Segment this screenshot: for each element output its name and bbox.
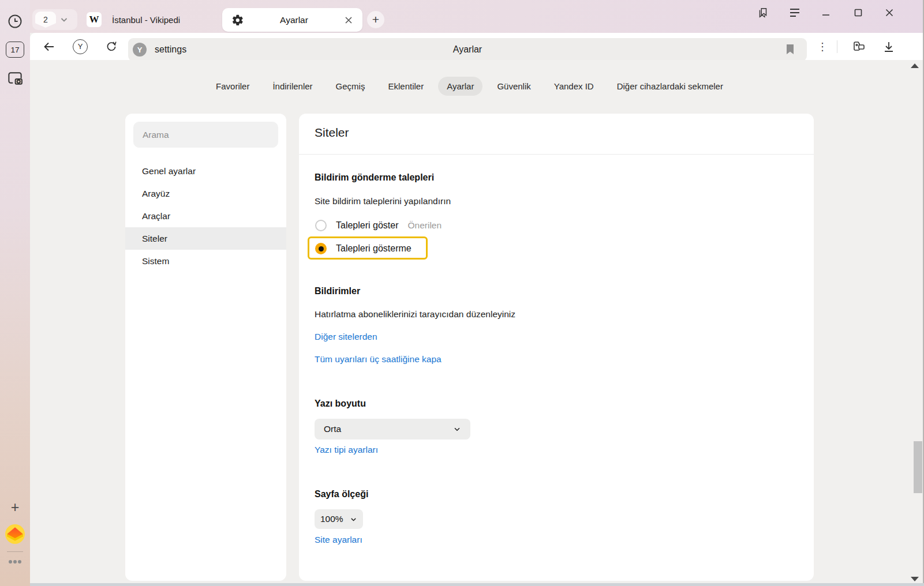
maximize-button[interactable]	[848, 6, 868, 20]
page-scale-heading: Sayfa ölçeği	[315, 489, 368, 499]
page-title-centered: Ayarlar	[128, 38, 807, 61]
sidebar-item-arayuz[interactable]: Arayüz	[125, 182, 286, 205]
tab-title: İstanbul - Vikipedi	[112, 15, 180, 25]
nav-tab-guvenlik[interactable]: Güvenlik	[488, 77, 539, 96]
toolbar: Y Y settings Ayarlar ⋮	[30, 33, 924, 60]
search-input[interactable]	[133, 122, 278, 148]
tab-istanbul-vikipedi[interactable]: W İstanbul - Vikipedi	[87, 9, 180, 30]
screenshot-icon[interactable]	[0, 68, 30, 88]
tab-counter-button[interactable]: 2	[32, 9, 77, 30]
date-badge[interactable]: 17	[0, 40, 30, 59]
minimize-button[interactable]	[816, 6, 836, 20]
nav-tab-gecmis[interactable]: Geçmiş	[327, 77, 374, 96]
settings-sidebar: Genel ayarlar Arayüz Araçlar Siteler Sis…	[125, 114, 286, 581]
link-site-settings[interactable]: Site ayarları	[315, 535, 362, 545]
sidebar-item-genel-ayarlar[interactable]: Genel ayarlar	[125, 160, 286, 182]
window-border-bottom	[30, 583, 924, 586]
site-favicon: Y	[133, 43, 147, 57]
mail-app-icon[interactable]	[0, 524, 30, 544]
bookmarks-panel-icon[interactable]	[753, 6, 773, 20]
sidebar-item-siteler[interactable]: Siteler	[125, 227, 286, 250]
new-tab-button[interactable]: +	[367, 11, 384, 28]
close-tab-icon[interactable]	[344, 16, 353, 25]
chevron-down-icon	[350, 516, 357, 523]
back-icon[interactable]	[39, 33, 59, 60]
tab-strip: 2 W İstanbul - Vikipedi Ayarlar +	[30, 0, 924, 33]
notif-requests-description: Site bildirim taleplerini yapılandırın	[315, 196, 451, 206]
url-text: settings	[155, 38, 186, 61]
radio-hide-label[interactable]: Talepleri gösterme	[336, 243, 412, 254]
link-other-sites[interactable]: Diğer sitelerden	[315, 332, 377, 342]
siteler-section-panel: Siteler Bildirim gönderme talepleri Site…	[299, 114, 814, 581]
toolbar-divider	[837, 40, 837, 53]
nav-tab-favoriler[interactable]: Favoriler	[207, 77, 258, 96]
section-title: Siteler	[315, 126, 349, 140]
scroll-down-arrow[interactable]	[911, 577, 919, 581]
recommended-badge: Önerilen	[408, 220, 442, 231]
notifications-heading: Bildirimler	[315, 286, 360, 296]
active-tab-title: Ayarlar	[244, 15, 344, 25]
nav-tab-eklentiler[interactable]: Eklentiler	[379, 77, 432, 96]
menu-icon[interactable]	[785, 6, 805, 20]
radio-row-hide-requests[interactable]: Talepleri gösterme	[315, 242, 412, 256]
date-badge-number: 17	[6, 42, 24, 58]
scroll-up-arrow[interactable]	[911, 63, 919, 68]
collections-icon[interactable]	[847, 33, 870, 60]
close-button[interactable]	[880, 6, 899, 20]
nav-tab-ayarlar[interactable]: Ayarlar	[438, 77, 482, 96]
section-divider	[299, 154, 814, 155]
yandex-button[interactable]: Y	[70, 33, 90, 60]
radio-show-label[interactable]: Talepleri göster	[336, 220, 399, 231]
settings-gear-icon	[231, 14, 244, 27]
bookmark-icon[interactable]	[785, 44, 795, 55]
page-scale-value: 100%	[320, 514, 343, 524]
font-size-value: Orta	[324, 424, 341, 434]
notif-requests-heading: Bildirim gönderme talepleri	[315, 172, 434, 183]
scrollbar-thumb[interactable]	[914, 441, 922, 493]
tab-count-badge: 2	[35, 12, 56, 28]
notifications-description: Hatırlatma aboneliklerinizi tarayıcıdan …	[315, 309, 515, 320]
radio-row-show-requests[interactable]: Talepleri göster Önerilen	[315, 219, 442, 232]
font-size-select[interactable]: Orta	[315, 419, 470, 440]
history-clock-icon[interactable]	[0, 13, 30, 30]
radio-hide-requests[interactable]	[315, 243, 327, 254]
chevron-down-icon	[59, 15, 69, 24]
link-font-settings[interactable]: Yazı tipi ayarları	[315, 445, 378, 455]
settings-nav-tabs: Favoriler İndirilenler Geçmiş Eklentiler…	[125, 77, 814, 96]
nav-tab-yandex-id[interactable]: Yandex ID	[545, 77, 603, 96]
nav-tab-indirilenler[interactable]: İndirilenler	[264, 77, 321, 96]
left-rail: 17 +	[0, 0, 30, 586]
tab-ayarlar-active[interactable]: Ayarlar	[222, 8, 362, 32]
chevron-down-icon	[453, 425, 461, 433]
page-scale-select[interactable]: 100%	[315, 509, 363, 529]
more-menu-icon[interactable]: ⋮	[813, 33, 832, 60]
wikipedia-favicon: W	[87, 12, 102, 27]
browser-window: 17 +	[0, 0, 924, 586]
sidebar-item-araclar[interactable]: Araçlar	[125, 205, 286, 227]
download-icon[interactable]	[878, 33, 899, 60]
rail-divider	[7, 551, 23, 552]
font-size-heading: Yazı boyutu	[315, 399, 366, 409]
plus-button[interactable]: +	[0, 498, 30, 516]
reload-icon[interactable]	[102, 33, 121, 60]
nav-tab-diger-cihazlar[interactable]: Diğer cihazlardaki sekmeler	[608, 77, 732, 96]
url-bar[interactable]: Y settings Ayarlar	[128, 38, 807, 61]
link-mute-three-hours[interactable]: Tüm uyarıları üç saatliğine kapa	[315, 354, 442, 365]
sidebar-item-sistem[interactable]: Sistem	[125, 250, 286, 272]
radio-show-requests[interactable]	[315, 220, 327, 231]
more-dots-icon[interactable]	[0, 556, 30, 568]
